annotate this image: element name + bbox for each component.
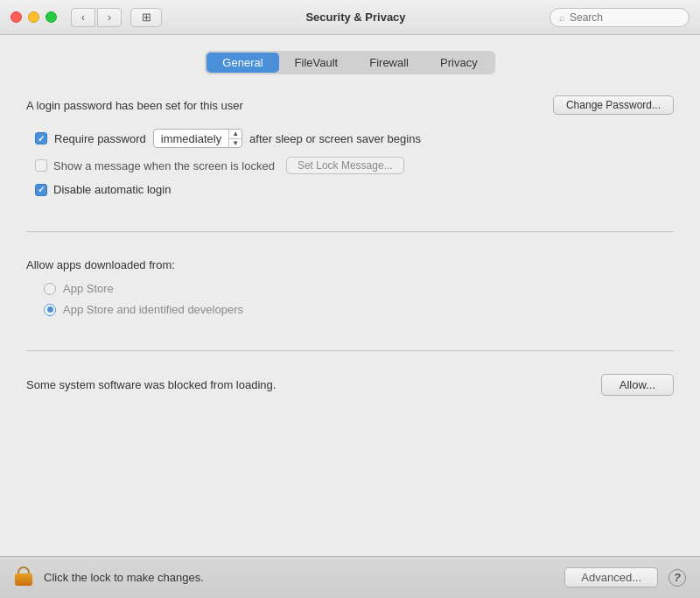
lock-icon[interactable] (14, 566, 33, 589)
close-button[interactable] (10, 11, 22, 23)
app-store-developers-label: App Store and identified developers (63, 303, 243, 316)
bottom-bar: Click the lock to make changes. Advanced… (0, 556, 700, 598)
minimize-button[interactable] (28, 11, 39, 23)
section-divider-2 (26, 350, 674, 351)
require-password-row: Require password immediately ▲ ▼ after s… (26, 129, 674, 148)
lock-shackle (18, 566, 30, 573)
lock-body (15, 573, 32, 586)
panel: A login password has been set for this u… (0, 87, 700, 556)
nav-arrows: ‹ › (71, 8, 122, 27)
require-password-checkbox[interactable] (35, 132, 47, 144)
back-button[interactable]: ‹ (71, 8, 95, 27)
forward-button[interactable]: › (97, 8, 122, 27)
window-title: Security & Privacy (162, 11, 550, 24)
blocked-software-row: Some system software was blocked from lo… (26, 369, 674, 401)
show-message-row: Show a message when the screen is locked… (26, 157, 674, 174)
app-store-developers-radio-row: App Store and identified developers (26, 303, 674, 316)
section-divider (26, 231, 674, 232)
tab-filevault[interactable]: FileVault (279, 53, 354, 73)
allow-apps-label: Allow apps downloaded from: (26, 258, 674, 271)
advanced-button[interactable]: Advanced... (564, 567, 658, 587)
require-password-suffix: after sleep or screen saver begins (249, 132, 421, 145)
tabs-container: General FileVault Firewall Privacy (0, 35, 700, 87)
main-content: General FileVault Firewall Privacy A log… (0, 35, 700, 556)
titlebar: ‹ › ⊞ Security & Privacy ⌕ (0, 0, 700, 35)
disable-login-checkbox[interactable] (35, 184, 47, 196)
change-password-button[interactable]: Change Password... (553, 95, 674, 115)
password-timing-value: immediately (154, 132, 228, 145)
search-icon: ⌕ (559, 12, 565, 23)
tab-firewall[interactable]: Firewall (354, 53, 424, 73)
blocked-label: Some system software was blocked from lo… (26, 378, 276, 391)
help-button[interactable]: ? (668, 569, 686, 587)
app-store-radio[interactable] (44, 283, 56, 295)
password-row: A login password has been set for this u… (26, 95, 674, 115)
password-label: A login password has been set for this u… (26, 99, 542, 112)
show-message-checkbox[interactable] (35, 159, 47, 172)
lock-text: Click the lock to make changes. (44, 571, 554, 584)
disable-login-label: Disable automatic login (53, 183, 171, 196)
show-message-label: Show a message when the screen is locked (53, 159, 275, 172)
require-password-label: Require password (54, 132, 146, 145)
stepper-up[interactable]: ▲ (229, 130, 242, 139)
set-lock-message-button[interactable]: Set Lock Message... (286, 157, 404, 174)
maximize-button[interactable] (46, 11, 57, 23)
search-box: ⌕ (550, 8, 690, 27)
tabs: General FileVault Firewall Privacy (205, 51, 494, 74)
grid-button[interactable]: ⊞ (130, 8, 162, 27)
password-section: A login password has been set for this u… (26, 87, 674, 214)
tab-privacy[interactable]: Privacy (424, 53, 494, 73)
allow-apps-section: Allow apps downloaded from: App Store Ap… (26, 250, 674, 333)
app-store-label: App Store (63, 282, 114, 295)
app-store-radio-row: App Store (26, 282, 674, 295)
stepper-down[interactable]: ▼ (229, 139, 242, 148)
allow-button[interactable]: Allow... (601, 374, 674, 396)
password-timing-dropdown[interactable]: immediately ▲ ▼ (153, 129, 242, 148)
search-input[interactable] (570, 11, 675, 24)
disable-login-row: Disable automatic login (26, 183, 674, 196)
tab-general[interactable]: General (206, 53, 278, 73)
stepper-arrows: ▲ ▼ (228, 130, 242, 147)
app-store-developers-radio[interactable] (44, 304, 56, 316)
traffic-lights (10, 11, 57, 23)
